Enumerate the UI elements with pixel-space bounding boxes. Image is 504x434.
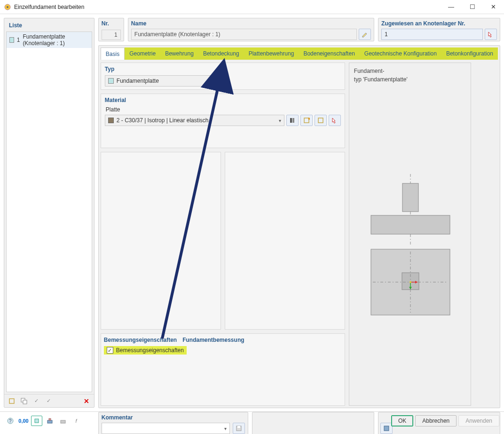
minimize-button[interactable]: — xyxy=(441,0,462,14)
svg-rect-4 xyxy=(23,400,27,404)
copy-button[interactable] xyxy=(18,396,30,406)
material-edit-button[interactable] xyxy=(315,115,327,126)
design-checkbox-label: Bemessungseigenschaften xyxy=(116,347,184,354)
material-value: 2 - C30/37 | Isotrop | Linear elastisch xyxy=(117,117,209,124)
svg-rect-24 xyxy=(384,426,389,431)
material-pick-button[interactable] xyxy=(329,115,341,126)
view-4-button[interactable]: f xyxy=(71,416,82,426)
cancel-button[interactable]: Abbrechen xyxy=(415,415,457,426)
svg-rect-28 xyxy=(47,420,52,423)
name-label: Name xyxy=(131,20,371,27)
material-group: Material Platte 2 - C30/37 | Isotrop | L… xyxy=(101,94,345,148)
tabstrip: Basis Geometrie Bewehrung Betondeckung P… xyxy=(101,47,498,60)
tab-betonkonfig[interactable]: Betonkonfiguration xyxy=(441,47,498,60)
design-header1: Bemessungseigenschaften xyxy=(104,337,177,343)
view-2-button[interactable] xyxy=(44,416,55,426)
checkbox-icon: ✓ xyxy=(107,347,113,354)
list-item[interactable]: 1 Fundamentplatte (Knotenlager : 1) xyxy=(7,32,92,48)
ok-button[interactable]: OK xyxy=(391,415,413,426)
maximize-button[interactable]: ☐ xyxy=(462,0,483,14)
nr-panel: Nr. 1 xyxy=(98,18,124,41)
svg-text:?: ? xyxy=(9,418,12,424)
tab-plattenbewehrung[interactable]: Plattenbewehrung xyxy=(244,47,299,60)
material-library-button[interactable] xyxy=(286,115,299,126)
empty-group xyxy=(224,63,345,90)
comment-panel: Kommentar ▾ xyxy=(98,412,248,434)
svg-rect-5 xyxy=(290,118,292,123)
svg-point-21 xyxy=(410,281,411,283)
edit-name-button[interactable] xyxy=(359,29,371,40)
empty-left-box xyxy=(101,152,221,330)
design-header2: Fundamentbemessung xyxy=(182,337,244,343)
view-1-button[interactable] xyxy=(31,416,42,426)
preview-svg xyxy=(354,85,467,390)
plate-label: Platte xyxy=(106,106,341,113)
units-button[interactable]: 0,00 xyxy=(18,416,29,426)
new-button[interactable] xyxy=(6,396,17,406)
svg-rect-23 xyxy=(237,426,240,428)
comment-input[interactable]: ▾ xyxy=(102,423,230,434)
tab-bewehrung[interactable]: Bewehrung xyxy=(160,47,198,60)
main-panel: Basis Geometrie Bewehrung Betondeckung P… xyxy=(98,45,500,408)
help-button[interactable]: ? xyxy=(5,416,16,426)
svg-rect-6 xyxy=(292,118,294,123)
window-title: Einzelfundament bearbeiten xyxy=(14,4,441,10)
tab-bodeneigenschaften[interactable]: Bodeneigenschaften xyxy=(299,47,359,60)
titlebar: Einzelfundament bearbeiten — ☐ ✕ xyxy=(0,0,504,14)
apply-button[interactable]: Anwenden xyxy=(458,415,499,426)
nr-input[interactable]: 1 xyxy=(102,30,121,40)
chevron-down-icon: ▾ xyxy=(224,426,227,431)
foundation-icon xyxy=(108,78,114,84)
chevron-down-icon: ▾ xyxy=(279,118,281,123)
assigned-panel: Zugewiesen an Knotenlager Nr. 1 xyxy=(378,18,500,41)
preview-area: Fundament- typ 'Fundamentplatte' xyxy=(349,63,471,406)
assigned-input[interactable]: 1 xyxy=(381,29,483,40)
list-toolbar: ✓ ✓ ✕ xyxy=(4,394,94,407)
svg-rect-29 xyxy=(49,418,51,420)
list-body: 1 Fundamentplatte (Knotenlager : 1) xyxy=(6,32,92,392)
nr-label: Nr. xyxy=(102,20,121,27)
empty-right-box xyxy=(225,152,345,330)
svg-text:★: ★ xyxy=(307,117,310,121)
foundation-icon xyxy=(9,37,14,43)
close-button[interactable]: ✕ xyxy=(483,0,504,14)
svg-rect-27 xyxy=(35,419,39,423)
typ-select[interactable]: Fundamentplatte ▾ xyxy=(105,75,216,87)
delete-button[interactable]: ✕ xyxy=(81,396,92,406)
name-input[interactable]: Fundamentplatte (Knotenlager : 1) xyxy=(131,29,357,40)
svg-rect-11 xyxy=(402,183,418,212)
typ-label: Typ xyxy=(105,66,216,72)
design-checkbox-row[interactable]: ✓ Bemessungseigenschaften xyxy=(104,346,187,355)
list-panel: Liste 1 Fundamentplatte (Knotenlager : 1… xyxy=(4,18,94,408)
check2-button[interactable]: ✓ xyxy=(43,396,54,406)
tab-betondeckung[interactable]: Betondeckung xyxy=(198,47,244,60)
tab-geotech[interactable]: Geotechnische Konfiguration xyxy=(360,47,441,60)
tab-geometrie[interactable]: Geometrie xyxy=(125,47,160,60)
svg-rect-30 xyxy=(61,420,65,423)
svg-rect-9 xyxy=(318,118,323,123)
check-button[interactable]: ✓ xyxy=(31,396,42,406)
list-item-num: 1 xyxy=(17,37,20,43)
list-item-label: Fundamentplatte (Knotenlager : 1) xyxy=(23,33,88,47)
app-icon xyxy=(4,3,11,11)
chevron-down-icon: ▾ xyxy=(211,79,213,84)
comment-label: Kommentar xyxy=(102,414,245,421)
svg-rect-12 xyxy=(371,215,450,234)
preview-title-1: Fundament- xyxy=(354,68,466,74)
material-select[interactable]: 2 - C30/37 | Isotrop | Linear elastisch … xyxy=(105,115,284,126)
name-panel: Name Fundamentplatte (Knotenlager : 1) xyxy=(128,18,374,41)
pick-node-button[interactable] xyxy=(485,29,497,40)
material-new-button[interactable]: ★ xyxy=(300,115,313,126)
empty-small-panel xyxy=(252,412,374,434)
preview-title-2: typ 'Fundamentplatte' xyxy=(354,76,466,83)
material-swatch xyxy=(108,118,114,123)
comment-save-button[interactable] xyxy=(233,423,245,434)
svg-rect-2 xyxy=(9,399,14,403)
list-header: Liste xyxy=(6,20,92,31)
design-group: Bemessungseigenschaften Fundamentbemessu… xyxy=(101,333,345,406)
assigned-label: Zugewiesen an Knotenlager Nr. xyxy=(381,20,497,27)
tab-basis[interactable]: Basis xyxy=(101,47,125,60)
svg-point-1 xyxy=(7,6,8,8)
typ-value: Fundamentplatte xyxy=(117,78,159,84)
view-3-button[interactable] xyxy=(57,416,69,426)
